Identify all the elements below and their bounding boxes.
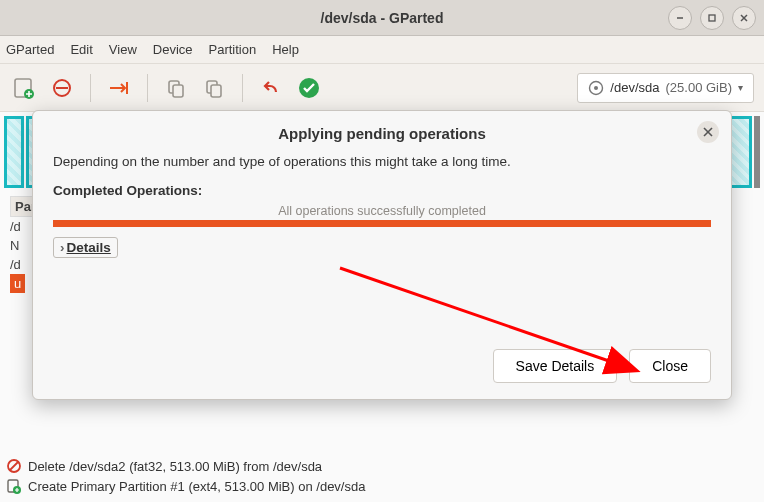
window-title: /dev/sda - GParted xyxy=(321,10,444,26)
disk-icon xyxy=(588,80,604,96)
device-selector[interactable]: /dev/sda (25.00 GiB) ▾ xyxy=(577,73,754,103)
window-controls xyxy=(668,6,756,30)
details-toggle[interactable]: › Details xyxy=(53,237,118,258)
dialog-note: Depending on the number and type of oper… xyxy=(53,154,711,169)
minimize-button[interactable] xyxy=(668,6,692,30)
undo-icon[interactable] xyxy=(257,74,285,102)
chevron-right-icon: › xyxy=(60,240,65,255)
menu-gparted[interactable]: GParted xyxy=(6,42,54,57)
device-name: /dev/sda xyxy=(610,80,659,95)
toolbar-separator xyxy=(90,74,91,102)
menu-device[interactable]: Device xyxy=(153,42,193,57)
partition-block[interactable] xyxy=(4,116,24,188)
svg-point-16 xyxy=(594,86,598,90)
delete-icon[interactable] xyxy=(48,74,76,102)
apply-operations-dialog: Applying pending operations Depending on… xyxy=(32,110,732,400)
partition-block[interactable] xyxy=(754,116,760,188)
copy-icon[interactable] xyxy=(162,74,190,102)
chevron-down-icon: ▾ xyxy=(738,82,743,93)
create-op-icon xyxy=(6,478,22,494)
window-titlebar: /dev/sda - GParted xyxy=(0,0,764,36)
dialog-close-button[interactable] xyxy=(697,121,719,143)
pending-operations: Delete /dev/sda2 (fat32, 513.00 MiB) fro… xyxy=(6,456,758,496)
toolbar-separator xyxy=(242,74,243,102)
apply-icon[interactable] xyxy=(295,74,323,102)
resize-icon[interactable] xyxy=(105,74,133,102)
new-partition-icon[interactable] xyxy=(10,74,38,102)
menu-edit[interactable]: Edit xyxy=(70,42,92,57)
pending-op-text: Create Primary Partition #1 (ext4, 513.0… xyxy=(28,479,365,494)
maximize-button[interactable] xyxy=(700,6,724,30)
svg-rect-13 xyxy=(211,85,221,97)
close-window-button[interactable] xyxy=(732,6,756,30)
success-message: All operations successfully completed xyxy=(53,204,711,218)
pending-op[interactable]: Delete /dev/sda2 (fat32, 513.00 MiB) fro… xyxy=(6,456,758,476)
svg-line-18 xyxy=(10,462,18,470)
menu-help[interactable]: Help xyxy=(272,42,299,57)
device-size: (25.00 GiB) xyxy=(666,80,732,95)
close-button[interactable]: Close xyxy=(629,349,711,383)
menubar: GParted Edit View Device Partition Help xyxy=(0,36,764,64)
dialog-title: Applying pending operations xyxy=(53,125,711,142)
pending-op-text: Delete /dev/sda2 (fat32, 513.00 MiB) fro… xyxy=(28,459,322,474)
menu-partition[interactable]: Partition xyxy=(209,42,257,57)
progress-bar xyxy=(53,220,711,227)
toolbar-separator xyxy=(147,74,148,102)
paste-icon[interactable] xyxy=(200,74,228,102)
menu-view[interactable]: View xyxy=(109,42,137,57)
svg-rect-11 xyxy=(173,85,183,97)
completed-operations-label: Completed Operations: xyxy=(53,183,711,198)
details-label: Details xyxy=(67,240,111,255)
pending-op[interactable]: Create Primary Partition #1 (ext4, 513.0… xyxy=(6,476,758,496)
save-details-button[interactable]: Save Details xyxy=(493,349,618,383)
delete-op-icon xyxy=(6,458,22,474)
svg-rect-1 xyxy=(709,15,715,21)
toolbar: /dev/sda (25.00 GiB) ▾ xyxy=(0,64,764,112)
table-row-selected[interactable]: u xyxy=(10,274,25,293)
